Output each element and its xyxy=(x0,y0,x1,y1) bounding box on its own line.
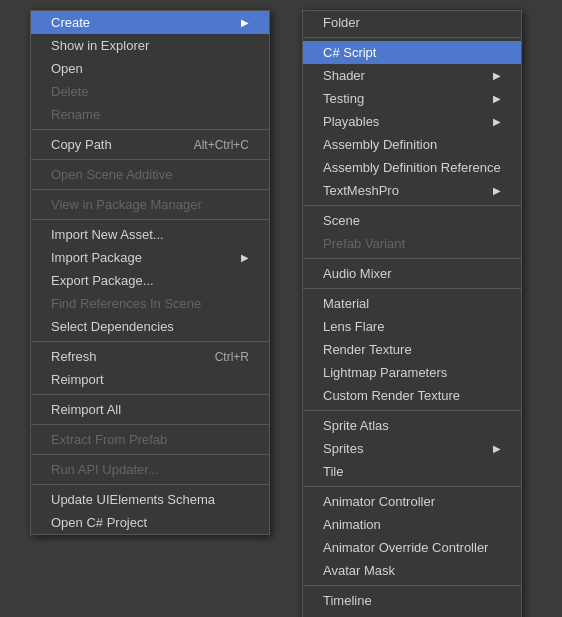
menu-item-prefab-variant: Prefab Variant xyxy=(303,232,521,255)
menu-item-label: Assembly Definition Reference xyxy=(323,160,501,175)
menu-item-import-package[interactable]: Import Package▶ xyxy=(31,246,269,269)
menu-item-shader[interactable]: Shader▶ xyxy=(303,64,521,87)
menu-item-label: TextMeshPro xyxy=(323,183,399,198)
menu-item-label: Timeline xyxy=(323,593,372,608)
menu-item-assembly-definition[interactable]: Assembly Definition xyxy=(303,133,521,156)
menu-separator xyxy=(31,341,269,342)
menu-item-sprite-atlas[interactable]: Sprite Atlas xyxy=(303,414,521,437)
menu-item-label: Tile xyxy=(323,464,343,479)
menu-item-signal[interactable]: Signal xyxy=(303,612,521,617)
menu-item-label: Material xyxy=(323,296,369,311)
menu-item-run-api-updater: Run API Updater... xyxy=(31,458,269,481)
menu-item-label: Playables xyxy=(323,114,379,129)
menu-item-label: Update UIElements Schema xyxy=(51,492,215,507)
menu-item-label: Prefab Variant xyxy=(323,236,405,251)
right-submenu: FolderC# ScriptShader▶Testing▶Playables▶… xyxy=(302,10,522,617)
menu-item-label: Run API Updater... xyxy=(51,462,159,477)
menu-item-folder[interactable]: Folder xyxy=(303,11,521,34)
menu-separator xyxy=(303,288,521,289)
menu-item-label: Open xyxy=(51,61,83,76)
menu-item-csharp-script[interactable]: C# Script xyxy=(303,41,521,64)
menu-item-update-ui-elements[interactable]: Update UIElements Schema xyxy=(31,488,269,511)
submenu-arrow-icon: ▶ xyxy=(493,443,501,454)
menu-item-open-scene-additive: Open Scene Additive xyxy=(31,163,269,186)
menu-item-extract-from-prefab: Extract From Prefab xyxy=(31,428,269,451)
menu-item-delete: Delete xyxy=(31,80,269,103)
menu-item-label: Extract From Prefab xyxy=(51,432,167,447)
menu-item-label: View in Package Manager xyxy=(51,197,202,212)
menu-item-label: Import New Asset... xyxy=(51,227,164,242)
menu-item-animation[interactable]: Animation xyxy=(303,513,521,536)
menu-item-create[interactable]: Create▶ xyxy=(31,11,269,34)
menu-item-import-new-asset[interactable]: Import New Asset... xyxy=(31,223,269,246)
menu-separator xyxy=(31,129,269,130)
submenu-arrow-icon: ▶ xyxy=(493,93,501,104)
submenu-arrow-icon: ▶ xyxy=(493,70,501,81)
submenu-arrow-icon: ▶ xyxy=(493,116,501,127)
menu-separator xyxy=(31,484,269,485)
menu-item-open[interactable]: Open xyxy=(31,57,269,80)
menu-item-label: Scene xyxy=(323,213,360,228)
menu-item-custom-render-texture[interactable]: Custom Render Texture xyxy=(303,384,521,407)
menu-item-material[interactable]: Material xyxy=(303,292,521,315)
menu-item-animator-override[interactable]: Animator Override Controller xyxy=(303,536,521,559)
menu-item-find-references: Find References In Scene xyxy=(31,292,269,315)
menu-item-animator-controller[interactable]: Animator Controller xyxy=(303,490,521,513)
menu-item-scene[interactable]: Scene xyxy=(303,209,521,232)
menu-item-sprites[interactable]: Sprites▶ xyxy=(303,437,521,460)
menu-item-refresh[interactable]: RefreshCtrl+R xyxy=(31,345,269,368)
menu-item-label: Import Package xyxy=(51,250,142,265)
menu-item-shortcut: Ctrl+R xyxy=(215,350,249,364)
menu-item-label: Render Texture xyxy=(323,342,412,357)
menu-item-label: Sprite Atlas xyxy=(323,418,389,433)
menu-item-tile[interactable]: Tile xyxy=(303,460,521,483)
menu-item-label: Reimport All xyxy=(51,402,121,417)
menu-separator xyxy=(303,205,521,206)
menu-item-export-package[interactable]: Export Package... xyxy=(31,269,269,292)
menu-separator xyxy=(31,394,269,395)
menu-item-lens-flare[interactable]: Lens Flare xyxy=(303,315,521,338)
menu-item-select-dependencies[interactable]: Select Dependencies xyxy=(31,315,269,338)
menu-item-label: Refresh xyxy=(51,349,97,364)
menu-separator xyxy=(31,424,269,425)
menu-item-label: Reimport xyxy=(51,372,104,387)
menu-separator xyxy=(31,219,269,220)
menu-item-rename: Rename xyxy=(31,103,269,126)
menu-item-timeline[interactable]: Timeline xyxy=(303,589,521,612)
menu-item-label: C# Script xyxy=(323,45,376,60)
menu-item-audio-mixer[interactable]: Audio Mixer xyxy=(303,262,521,285)
menu-item-render-texture[interactable]: Render Texture xyxy=(303,338,521,361)
menu-item-copy-path[interactable]: Copy PathAlt+Ctrl+C xyxy=(31,133,269,156)
menu-item-label: Shader xyxy=(323,68,365,83)
menu-item-label: Rename xyxy=(51,107,100,122)
menu-item-avatar-mask[interactable]: Avatar Mask xyxy=(303,559,521,582)
menu-separator xyxy=(31,159,269,160)
menu-item-label: Export Package... xyxy=(51,273,154,288)
menu-item-label: Select Dependencies xyxy=(51,319,174,334)
menu-separator xyxy=(303,410,521,411)
menu-item-open-csharp[interactable]: Open C# Project xyxy=(31,511,269,534)
menu-item-label: Avatar Mask xyxy=(323,563,395,578)
menu-item-label: Animator Controller xyxy=(323,494,435,509)
menu-separator xyxy=(31,189,269,190)
menu-item-label: Testing xyxy=(323,91,364,106)
menu-item-reimport-all[interactable]: Reimport All xyxy=(31,398,269,421)
submenu-arrow-icon: ▶ xyxy=(241,17,249,28)
menu-item-label: Audio Mixer xyxy=(323,266,392,281)
menu-item-reimport[interactable]: Reimport xyxy=(31,368,269,391)
menu-item-label: Assembly Definition xyxy=(323,137,437,152)
menu-item-assembly-definition-ref[interactable]: Assembly Definition Reference xyxy=(303,156,521,179)
menu-item-label: Sprites xyxy=(323,441,363,456)
menu-item-testing[interactable]: Testing▶ xyxy=(303,87,521,110)
menu-separator xyxy=(31,454,269,455)
menu-item-show-in-explorer[interactable]: Show in Explorer xyxy=(31,34,269,57)
menu-item-lightmap-parameters[interactable]: Lightmap Parameters xyxy=(303,361,521,384)
submenu-arrow-icon: ▶ xyxy=(493,185,501,196)
menu-item-label: Open C# Project xyxy=(51,515,147,530)
menu-separator xyxy=(303,585,521,586)
menu-separator xyxy=(303,258,521,259)
menu-item-label: Find References In Scene xyxy=(51,296,201,311)
menu-item-shortcut: Alt+Ctrl+C xyxy=(194,138,249,152)
menu-item-textmeshpro[interactable]: TextMeshPro▶ xyxy=(303,179,521,202)
menu-item-playables[interactable]: Playables▶ xyxy=(303,110,521,133)
